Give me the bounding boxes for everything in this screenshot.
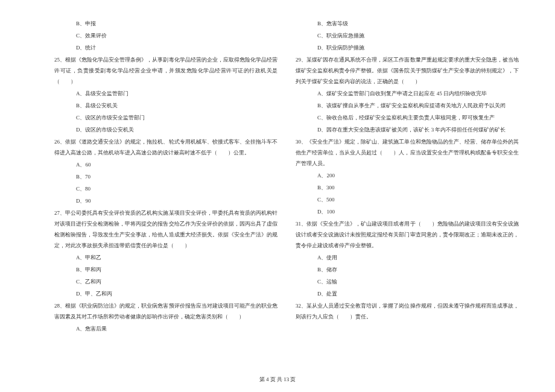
- q30-option-b: B、300: [296, 182, 519, 193]
- q27-text: 27、甲公司委托具有安全评价资质的乙机构实施某项目安全评价，甲委托具有资质的丙机…: [54, 207, 278, 251]
- q25-option-d: D、设区的市级公安机关: [54, 124, 278, 135]
- q31-text: 31、依据《安全生产法》，矿山建设项目或者用于（ ）危险物品的建设项目没有安全设…: [296, 218, 519, 251]
- q29-option-c: C、验收合格后，经煤矿安全监察机构主要负责人审核同意，即可恢复生产: [296, 112, 519, 123]
- q26-option-b: B、70: [54, 171, 278, 182]
- left-column: B、申报 C、效果评价 D、统计 25、根据《危险化学品安全管理条例》，从事剧毒…: [54, 18, 278, 356]
- q24-option-c: C、效果评价: [54, 30, 278, 41]
- page-container: B、申报 C、效果评价 D、统计 25、根据《危险化学品安全管理条例》，从事剧毒…: [0, 0, 555, 374]
- q30-option-a: A、200: [296, 170, 519, 181]
- right-column: B、危害等级 C、职业病应急措施 D、职业病防护措施 29、某煤矿因存在通风系统…: [296, 18, 519, 356]
- q25-option-b: B、县级公安机关: [54, 100, 278, 111]
- q28-option-b: B、危害等级: [296, 18, 519, 29]
- q28-option-c: C、职业病应急措施: [296, 30, 519, 41]
- q29-option-d: D、因存在重大安全隐患该煤矿被关闭，该矿长 3 年内不得担任任何煤矿的矿长: [296, 124, 519, 135]
- q27-option-b: B、甲和丙: [54, 264, 278, 275]
- q27-option-c: C、乙和丙: [54, 276, 278, 287]
- q26-option-a: A、60: [54, 159, 278, 170]
- q24-option-d: D、统计: [54, 42, 278, 53]
- q29-option-a: A、煤矿安全监管部门自收到复产申请之日起应在 45 日内组织验收完毕: [296, 88, 519, 99]
- page-footer: 第 4 页 共 13 页: [0, 376, 555, 384]
- q28-option-d: D、职业病防护措施: [296, 42, 519, 53]
- q25-option-a: A、县级安全监管部门: [54, 88, 278, 99]
- q31-option-a: A、使用: [296, 252, 519, 263]
- q29-text: 29、某煤矿因存在通风系统不合理，采区工作面数量严重超规定要求的重大安全隐患，被…: [296, 54, 519, 87]
- q26-option-d: D、90: [54, 195, 278, 206]
- q24-option-b: B、申报: [54, 18, 278, 29]
- q28-text: 28、根据《职业病防治法》的规定，职业病危害预评价报告应当对建设项目可能产生的职…: [54, 300, 278, 322]
- q29-option-b: B、该煤矿擅自从事生产，煤矿安全监察机构应提请有关地方人民政府予以关闭: [296, 100, 519, 111]
- q30-option-d: D、100: [296, 206, 519, 217]
- q31-option-c: C、运输: [296, 276, 519, 287]
- q25-option-c: C、设区的市级安全监管部门: [54, 112, 278, 123]
- q25-text: 25、根据《危险化学品安全管理条例》，从事剧毒化学品经营的企业，应取得危险化学品…: [54, 54, 278, 87]
- q28-option-a: A、危害后果: [54, 323, 278, 334]
- q27-option-d: D、甲、乙和丙: [54, 288, 278, 299]
- q26-text: 26、依据《道路交通安全法》的规定，拖拉机、轮式专用机械车、铰接式客车、全挂拖斗…: [54, 136, 278, 158]
- q31-option-d: D、处置: [296, 288, 519, 299]
- q31-option-b: B、储存: [296, 264, 519, 275]
- q32-text: 32、某从业人员通过安全教育培训，掌握了岗位操作规程，但因未遵守操作规程而造成事…: [296, 300, 519, 322]
- q30-text: 30、《安全生产法》规定，除矿山、建筑施工单位和危险物品的生产、经营、储存单位外…: [296, 136, 519, 169]
- q26-option-c: C、80: [54, 183, 278, 194]
- q30-option-c: C、500: [296, 194, 519, 205]
- q27-option-a: A、甲和乙: [54, 252, 278, 263]
